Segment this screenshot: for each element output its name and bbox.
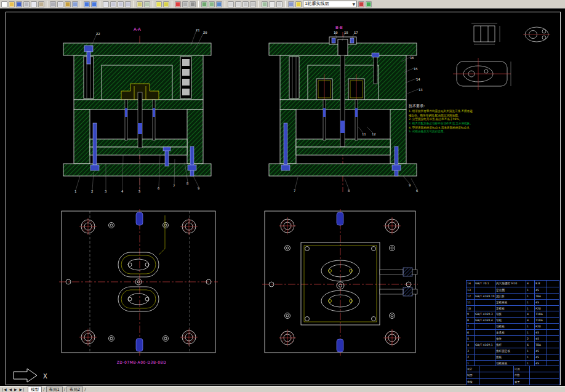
toolbar-separator <box>47 1 47 7</box>
application-window: 1轮廓实线层 ▼ <box>0 0 565 392</box>
bom-cell: 4 <box>526 318 534 323</box>
bom-row: 6支承板145 <box>467 329 559 335</box>
tab-nav-arrows[interactable]: |◀ ◀ ▶ ▶| <box>2 387 25 391</box>
bom-cell: P20 <box>534 324 547 329</box>
bom-cell <box>547 281 560 287</box>
bom-cell: 45 <box>534 336 547 342</box>
balloon-2: 2 <box>91 190 93 193</box>
bom-cell: 6 <box>467 330 474 335</box>
properties-icon[interactable] <box>288 1 294 7</box>
bom-cell: T8A <box>534 342 547 348</box>
help-icon[interactable] <box>295 1 302 7</box>
balloon-8: 8 <box>348 189 350 193</box>
insert-block-icon[interactable] <box>209 1 215 7</box>
bom-cell: 14 <box>467 281 474 287</box>
trim-tool-icon[interactable] <box>242 1 249 7</box>
title-block-cell <box>529 372 559 378</box>
zoom-previous-icon[interactable] <box>125 1 131 7</box>
layer-dropdown[interactable]: 1轮廓实线层 ▼ <box>303 1 357 7</box>
bom-cell <box>474 336 495 342</box>
rotate-tool-icon[interactable] <box>235 1 241 7</box>
hatch-tool-icon[interactable] <box>216 1 222 7</box>
bom-cell: GB/T 4169.19 <box>474 294 495 299</box>
balloon-10: 10 <box>334 31 338 34</box>
tab-model[interactable]: 模型 <box>28 386 42 392</box>
bom-cell: GB/T 70.1 <box>474 281 495 287</box>
bom-cell: T8A <box>534 294 547 299</box>
lineweight-icon[interactable] <box>190 1 196 7</box>
bom-cell: 45 <box>534 287 547 293</box>
save-file-icon[interactable] <box>16 1 22 7</box>
balloon-7: 7 <box>294 189 295 193</box>
quick-calc-icon[interactable] <box>144 1 150 7</box>
undo-icon[interactable] <box>84 1 90 7</box>
bom-row: 14GB/T 70.1内六角螺钉 M1048.8 <box>467 281 559 287</box>
balloon-14: 14 <box>416 78 420 81</box>
bom-cell <box>547 318 560 323</box>
cut-icon[interactable] <box>50 1 56 7</box>
balloon-17: 17 <box>354 31 358 34</box>
bom-cell: 4 <box>526 281 534 287</box>
title-block-cell <box>479 372 513 378</box>
bom-cell: 定位圈 <box>495 287 526 293</box>
layers-icon[interactable] <box>156 1 162 7</box>
bom-cell: 12 <box>467 294 474 299</box>
paste-icon[interactable] <box>65 1 71 7</box>
toolbar-separator <box>134 1 134 7</box>
section-view-b <box>269 32 417 192</box>
bom-cell: 7 <box>467 324 474 329</box>
bom-cell: 内六角螺钉 M10 <box>495 281 526 287</box>
color-control-icon[interactable] <box>175 1 181 7</box>
tab-layout2[interactable]: 布局2 <box>66 386 83 392</box>
bom-cell: 浇口套 <box>495 294 526 299</box>
zoom-realtime-icon[interactable] <box>110 1 116 7</box>
note-line: 2. 分型面涂红丹检查,贴合率不低于90%。 <box>409 118 474 122</box>
tab-layout1[interactable]: 布局1 <box>46 386 63 392</box>
balloon-1: 1 <box>74 190 76 193</box>
erase-tool-icon[interactable] <box>250 1 256 7</box>
new-file-icon[interactable] <box>1 1 7 7</box>
plot-preview-icon[interactable] <box>31 1 37 7</box>
copy-icon[interactable] <box>57 1 63 7</box>
bom-cell: 1 <box>526 300 534 305</box>
balloon-22: 22 <box>96 32 100 36</box>
bom-cell: 6 <box>526 342 534 348</box>
bom-cell: GB/T 4169.3 <box>474 311 495 317</box>
ucs-settings-icon[interactable] <box>366 1 372 7</box>
make-block-icon[interactable] <box>201 1 207 7</box>
bom-cell: 5 <box>467 336 474 342</box>
plot-icon[interactable] <box>23 1 30 7</box>
toolbar-separator <box>81 1 81 7</box>
bom-row: 13定位圈145 <box>467 287 559 293</box>
pan-icon[interactable] <box>103 1 109 7</box>
layer-name-label: 1轮廓实线层 <box>305 1 329 7</box>
bom-cell: 1 <box>526 287 534 293</box>
bom-cell: 8.8 <box>534 281 547 287</box>
publish-icon[interactable] <box>38 1 44 7</box>
bom-cell: 4 <box>526 311 534 317</box>
match-properties-icon[interactable] <box>72 1 78 7</box>
move-tool-icon[interactable] <box>228 1 234 7</box>
section-b-label: B-B <box>335 25 343 30</box>
balloon-3: 3 <box>105 190 106 193</box>
bom-cell: 1 <box>526 330 534 335</box>
redo-icon[interactable] <box>91 1 97 7</box>
bom-cell: 支承板 <box>495 330 526 335</box>
osnap-settings-icon[interactable] <box>358 1 364 7</box>
bom-cell: 45 <box>534 330 547 335</box>
toolbar-icon-group-right <box>358 1 372 7</box>
layer-previous-icon[interactable] <box>163 1 169 7</box>
zoom-window-icon[interactable] <box>118 1 124 7</box>
open-file-icon[interactable] <box>9 1 15 7</box>
toolbar-separator <box>225 1 225 7</box>
linetype-icon[interactable] <box>182 1 188 7</box>
distance-icon[interactable] <box>137 1 143 7</box>
text-tool-icon[interactable] <box>269 1 275 7</box>
part-number-label: ZD-07MB-A00-D3B-0BD <box>117 360 167 364</box>
bom-cell <box>474 306 495 311</box>
dim-linear-icon[interactable] <box>262 1 268 7</box>
title-block-row: 制图件数 <box>467 372 559 378</box>
title-block-cell <box>529 379 559 385</box>
bom-cell <box>547 348 560 354</box>
table-tool-icon[interactable] <box>276 1 282 7</box>
